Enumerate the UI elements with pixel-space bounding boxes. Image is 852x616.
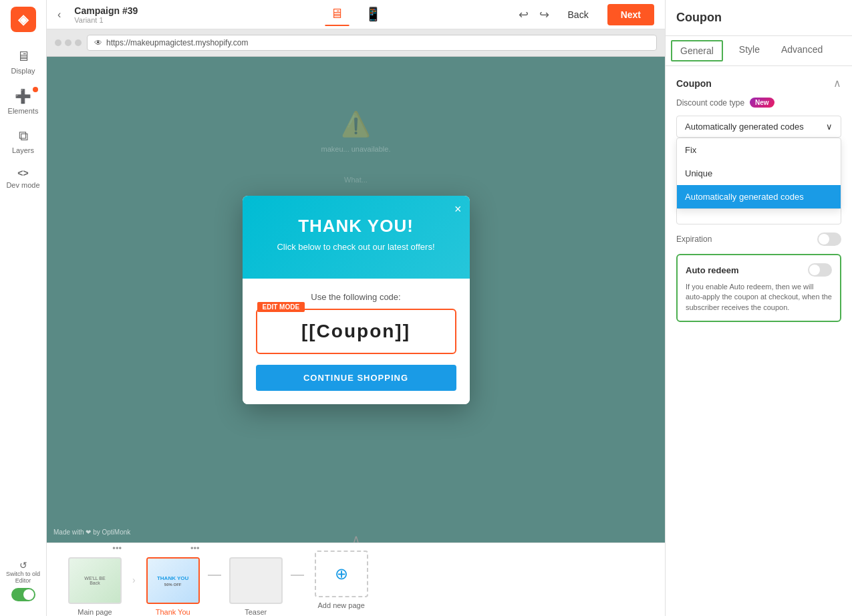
page-canvas: ⚠️ makeu... unavailable. What... ⏰ If yo… [47, 57, 665, 543]
coupon-section-title: Coupon [676, 78, 712, 89]
sidebar-label-devmode: Dev mode [6, 181, 39, 189]
thumb-preview-main: WE'LL BEBack [69, 559, 120, 603]
mobile-device-btn[interactable]: 📱 [360, 3, 387, 26]
sidebar-item-display[interactable]: 🖥 Display [0, 42, 46, 82]
eye-icon: 👁 [94, 38, 102, 47]
browser-bar: 👁 https://makeupmagictest.myshopify.com [47, 29, 665, 57]
devmode-icon: <> [17, 168, 28, 178]
display-icon: 🖥 [17, 49, 30, 64]
switch-editor-toggle[interactable] [11, 588, 35, 601]
tab-general-label: General [680, 45, 714, 56]
switch-editor-btn[interactable]: ↺ Switch to old Editor [0, 560, 46, 584]
add-page-label: Add new page [318, 601, 365, 609]
auto-redeem-desc: If you enable Auto redeem, then we will … [686, 282, 832, 313]
page-thumb-teaser[interactable]: ••• Teaser [221, 543, 291, 616]
top-right-actions: ↩ ↪ Back Next [519, 4, 654, 25]
tab-style[interactable]: Style [728, 36, 770, 65]
made-with-label: Made with ❤ by OptiMonk [53, 528, 130, 536]
browser-dot-3 [75, 39, 82, 46]
toggle-knob [819, 234, 829, 245]
expiration-label: Expiration [676, 235, 712, 244]
canvas-area: 👁 https://makeupmagictest.myshopify.com … [47, 29, 665, 616]
new-badge: New [750, 98, 774, 108]
page-arrow-1: › [132, 575, 136, 585]
dropdown-option-auto[interactable]: Automatically generated codes [677, 185, 841, 208]
page-thumb-img-main: WE'LL BEBack [68, 557, 122, 604]
tab-general[interactable]: General [671, 40, 723, 61]
desktop-device-btn[interactable]: 🖥 [325, 3, 349, 26]
panel-tabs: General Style Advanced [666, 36, 852, 66]
coupon-section-header: Coupon ∧ [676, 77, 841, 90]
notification-dot [33, 87, 38, 92]
campaign-variant: Variant 1 [74, 16, 138, 24]
left-sidebar: ◈ 🖥 Display ➕ Elements ⧉ Layers <> Dev m… [0, 0, 47, 616]
tab-advanced[interactable]: Advanced [770, 36, 833, 65]
sidebar-item-devmode[interactable]: <> Dev mode [0, 161, 46, 196]
page-connector [208, 575, 221, 576]
popup-close-button[interactable]: × [454, 202, 462, 216]
expiration-row: Expiration [676, 233, 841, 246]
thumb-preview-thank: THANK YOU 50% OFF [148, 559, 198, 603]
device-switcher: 🖥 📱 [325, 3, 387, 26]
popup-title: THANK YOU! [256, 216, 456, 237]
continue-shopping-button[interactable]: CONTINUE SHOPPING [256, 365, 456, 391]
page-selector: ∧ ••• WE'LL BEBack Main page › ••• [47, 543, 665, 616]
page-label-main: Main page [78, 608, 112, 616]
auto-redeem-title: Auto redeem [686, 265, 738, 275]
page-thumb-img-teaser [229, 557, 283, 604]
browser-dot-1 [55, 39, 61, 46]
page-label-thank: Thank You [156, 608, 190, 616]
auto-redeem-toggle-knob [809, 265, 820, 275]
back-arrow-icon[interactable]: ‹ [57, 9, 61, 21]
tab-advanced-label: Advanced [781, 44, 823, 55]
dropdown-option-fix[interactable]: Fix [677, 138, 841, 162]
auto-redeem-toggle[interactable] [808, 263, 832, 277]
discount-type-selector: Discount code type New [676, 98, 841, 108]
popup-header: × THANK YOU! Click below to check out ou… [243, 196, 470, 279]
thumb-preview-teaser [231, 559, 281, 603]
campaign-title: Campaign #39 [74, 5, 138, 16]
campaign-info: Campaign #39 Variant 1 [74, 5, 138, 24]
page-thumb-thank[interactable]: ••• THANK YOU 50% OFF Thank You [138, 543, 208, 616]
top-bar: ‹ Campaign #39 Variant 1 🖥 📱 ↩ ↪ Back Ne… [47, 0, 665, 29]
dropdown-option-unique[interactable]: Unique [677, 162, 841, 185]
browser-dot-2 [65, 39, 72, 46]
edit-mode-badge: EDIT MODE [257, 302, 305, 312]
sidebar-item-elements[interactable]: ➕ Elements [0, 82, 46, 122]
auto-redeem-header: Auto redeem [686, 263, 832, 277]
sidebar-label-display: Display [11, 67, 35, 75]
page-thumb-img-thank: THANK YOU 50% OFF [146, 557, 200, 604]
expiration-toggle[interactable] [817, 233, 841, 246]
popup-code-label: Use the following code: [256, 292, 456, 302]
coupon-code-text: [[Coupon]] [268, 321, 444, 342]
right-panel: Coupon General Style Advanced Coupon ∧ D… [665, 0, 852, 616]
dropdown-selected-value[interactable]: Automatically generated codes ∨ [676, 116, 841, 138]
sidebar-label-elements: Elements [8, 107, 39, 115]
layers-icon: ⧉ [19, 128, 28, 144]
undo-button[interactable]: ↩ [519, 7, 529, 22]
back-button[interactable]: Back [560, 5, 597, 24]
scroll-up-arrow[interactable]: ∧ [352, 532, 360, 545]
redo-button[interactable]: ↪ [539, 7, 549, 22]
switch-editor-label: Switch to old Editor [0, 571, 46, 584]
next-button[interactable]: Next [607, 4, 654, 25]
add-page-button[interactable]: ⊕ Add new page [304, 551, 379, 609]
panel-header: Coupon [666, 0, 852, 36]
browser-url-bar[interactable]: 👁 https://makeupmagictest.myshopify.com [87, 35, 657, 51]
sidebar-item-layers[interactable]: ⧉ Layers [0, 122, 46, 161]
chevron-down-icon: ∨ [826, 122, 833, 132]
app-logo: ◈ [11, 7, 36, 32]
dropdown-selected-text: Automatically generated codes [685, 122, 804, 132]
popup-overlay: × THANK YOU! Click below to check out ou… [243, 196, 470, 404]
discount-type-label: Discount code type [676, 98, 744, 108]
discount-type-dropdown[interactable]: Automatically generated codes ∨ Fix Uniq… [676, 116, 841, 138]
popup-coupon-box[interactable]: EDIT MODE [[Coupon]] [256, 309, 456, 354]
tab-style-label: Style [739, 44, 760, 55]
add-page-icon: ⊕ [315, 551, 368, 597]
elements-icon: ➕ [15, 88, 31, 104]
page-thumb-main[interactable]: ••• WE'LL BEBack Main page [60, 543, 130, 616]
sidebar-label-layers: Layers [12, 146, 34, 154]
page-connector-2 [291, 575, 304, 576]
page-label-teaser: Teaser [245, 608, 267, 616]
collapse-icon[interactable]: ∧ [833, 77, 841, 90]
